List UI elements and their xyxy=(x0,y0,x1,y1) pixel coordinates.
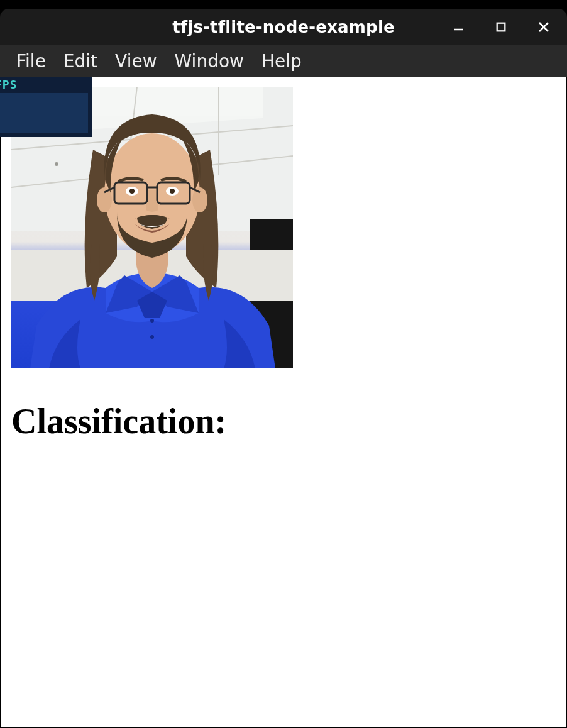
svg-point-19 xyxy=(129,189,135,194)
content-area: FPS xyxy=(1,77,566,727)
svg-point-27 xyxy=(150,335,154,339)
fps-chart xyxy=(0,93,88,133)
maximize-button[interactable] xyxy=(493,19,509,35)
minimize-icon xyxy=(452,21,465,33)
svg-point-15 xyxy=(97,187,112,212)
application-window: tfjs-tflite-node-example File Edit xyxy=(0,0,567,728)
menu-edit[interactable]: Edit xyxy=(55,46,106,77)
menubar: File Edit View Window Help xyxy=(0,45,567,77)
maximize-icon xyxy=(495,21,507,33)
fps-stats-panel[interactable]: FPS xyxy=(0,77,92,137)
minimize-button[interactable] xyxy=(450,19,466,35)
menu-file[interactable]: File xyxy=(8,46,55,77)
menu-window[interactable]: Window xyxy=(166,46,253,77)
svg-point-11 xyxy=(55,162,58,166)
menu-view[interactable]: View xyxy=(106,46,165,77)
window-title: tfjs-tflite-node-example xyxy=(172,18,395,36)
window-controls xyxy=(450,9,552,45)
classification-heading: Classification: xyxy=(11,401,556,441)
svg-point-20 xyxy=(170,189,175,194)
close-button[interactable] xyxy=(536,19,552,35)
close-icon xyxy=(537,21,550,33)
svg-rect-1 xyxy=(497,23,505,31)
menu-help[interactable]: Help xyxy=(253,46,311,77)
svg-point-26 xyxy=(150,319,154,323)
svg-point-16 xyxy=(192,187,207,212)
fps-label: FPS xyxy=(0,77,92,92)
window-titlebar: tfjs-tflite-node-example xyxy=(0,9,567,45)
